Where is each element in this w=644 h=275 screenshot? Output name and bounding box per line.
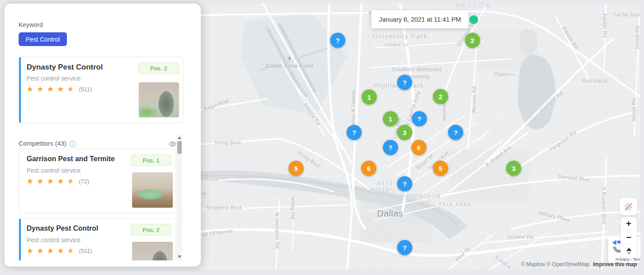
business-photo — [139, 82, 179, 117]
rank-pin[interactable]: ? — [412, 111, 427, 126]
business-category: Pest control service — [27, 236, 81, 244]
rank-pin[interactable]: ? — [383, 140, 398, 155]
star-icon: ★★ — [47, 247, 55, 255]
gear-slash-icon — [623, 201, 634, 212]
competitor-card[interactable]: Garrison Pest and Termite Pos. 1 Pest co… — [19, 149, 176, 213]
position-badge: Pos. 2 — [138, 62, 179, 74]
map-label: DISTRICT — [371, 187, 401, 192]
keyword-label: Keyword — [19, 21, 43, 28]
star-icon: ★★ — [47, 178, 55, 185]
osm-link[interactable]: © OpenStreetMap — [546, 261, 589, 267]
map-label: University Park — [373, 32, 427, 40]
position-badge: Pos. 2 — [131, 224, 172, 236]
map-label: Dallas N Tollway — [351, 89, 356, 130]
map-label: Reinhardt — [582, 78, 608, 84]
star-icon: ★★ — [27, 178, 34, 185]
rating-stars: ★★★★★★★★★★ (72) — [27, 178, 89, 185]
scrollbar-thumb[interactable] — [177, 141, 182, 154]
star-icon: ★★ — [67, 85, 75, 93]
rank-pin[interactable]: 1 — [383, 111, 398, 126]
zoom-controls: + − — [621, 217, 637, 258]
map-label: Canada Dr — [231, 174, 258, 179]
position-badge: Pos. 1 — [131, 155, 172, 166]
map-label: Scyene Rd — [507, 234, 534, 240]
rank-pin[interactable]: ? — [397, 75, 412, 90]
scan-date-text: January 6, 2021 at 11:41 PM — [379, 16, 461, 23]
main-business-card[interactable]: Dynasty Pest Control Pos. 2 Pest control… — [19, 57, 183, 123]
review-count: (511) — [79, 86, 92, 93]
zoom-in-button[interactable]: + — [621, 217, 637, 231]
improve-map-link[interactable]: Improve this map — [593, 261, 637, 267]
map-label: rd — [201, 191, 206, 196]
competitors-heading: Competitors (43) — [19, 140, 66, 147]
star-icon: ★★ — [67, 247, 75, 255]
star-icon: ★★ — [27, 85, 34, 93]
map-label: Lovers Ln — [385, 42, 409, 47]
star-icon: ★★ — [57, 178, 65, 185]
map-label: S Buckner Blvd — [601, 187, 607, 224]
map-label: Matilda — [442, 103, 447, 121]
rank-pin[interactable]: 6 — [411, 140, 426, 155]
map-label: Zacha Junc — [613, 12, 640, 17]
review-count: (72) — [79, 178, 89, 185]
scroll-down-arrow[interactable] — [178, 256, 181, 258]
map-label: Dallas — [377, 209, 403, 219]
star-icon: ★★ — [27, 247, 34, 255]
business-title: Dynasty Pest Control — [27, 225, 98, 232]
rank-pin[interactable]: 3 — [506, 161, 521, 176]
star-icon: ★★ — [37, 178, 44, 185]
review-count: (511) — [79, 248, 92, 254]
business-category: Pest control service — [27, 75, 81, 82]
map-canvas[interactable]: MEADOWW Northwest HwyZacha JuncJupiter R… — [201, 4, 640, 269]
competitor-card[interactable]: Dynasty Pest Control Pos. 2 Pest control… — [19, 218, 176, 260]
rating-stars: ★★★★★★★★★★ (511) — [27, 247, 92, 255]
zoom-out-button[interactable]: − — [621, 231, 637, 244]
mapbox-link[interactable]: © Mapbox — [521, 261, 545, 267]
business-title: Dynasty Pest Control — [27, 63, 103, 72]
competitors-list[interactable]: Garrison Pest and Termite Pos. 1 Pest co… — [19, 147, 176, 260]
rank-pin[interactable]: 3 — [397, 125, 412, 140]
rank-pin[interactable]: 2 — [433, 89, 448, 104]
rank-pin[interactable]: ? — [448, 125, 463, 140]
map-attribution: © Mapbox © OpenStreetMap Improve this ma… — [521, 261, 637, 267]
rank-pin[interactable]: 5 — [289, 161, 304, 176]
business-title: Garrison Pest and Termite — [27, 155, 115, 163]
map-label: ✈ — [287, 55, 292, 62]
star-icon: ★★ — [37, 247, 44, 255]
pitch-toggle-button[interactable] — [621, 245, 637, 258]
rank-pin[interactable]: 2 — [465, 33, 480, 48]
draw-disabled-button[interactable] — [620, 198, 637, 215]
pitch-down-icon — [627, 252, 631, 255]
scroll-up-arrow[interactable] — [178, 136, 181, 139]
map-label: Vilbig Rd — [290, 197, 296, 219]
rank-pin[interactable]: ? — [397, 176, 412, 191]
map-label: Shiloh Rd — [635, 26, 640, 49]
scan-date-tooltip: January 6, 2021 at 11:41 PM — [371, 10, 468, 28]
rank-pin[interactable]: ? — [347, 125, 362, 140]
competitors-scrollbar[interactable] — [176, 134, 182, 260]
map-label: Irving Blvd — [215, 140, 241, 145]
map-label: Abrams Rd — [471, 86, 476, 113]
rating-stars: ★★★★★★★★★★ (511) — [27, 85, 92, 93]
map-label: Dallas Love Field — [266, 62, 313, 69]
map-label: MEADOW — [455, 4, 492, 9]
rank-pin[interactable]: ? — [330, 33, 345, 48]
rank-pin[interactable]: 6 — [361, 161, 376, 176]
star-icon: ★★ — [67, 178, 75, 185]
map-label: Shiloh Rd — [631, 98, 636, 121]
star-icon: ★★ — [57, 247, 65, 255]
rank-pin[interactable]: 5 — [433, 161, 448, 176]
map-label: Rawlins — [494, 71, 515, 77]
rank-pin[interactable]: ? — [397, 240, 412, 255]
scan-point-dot[interactable] — [470, 15, 478, 24]
map-label: FAIR PARK — [439, 202, 472, 207]
pitch-up-icon — [626, 248, 632, 251]
info-icon[interactable] — [70, 140, 76, 147]
business-category: Pest control service — [27, 167, 81, 174]
map-label: Singleton Blvd — [206, 205, 241, 210]
business-photo — [132, 172, 173, 208]
map-label: Southern Methodist — [392, 66, 441, 73]
star-icon: ★★ — [57, 85, 65, 93]
rank-pin[interactable]: 1 — [362, 89, 377, 105]
keyword-chip-button[interactable]: Pest Control — [19, 32, 67, 46]
